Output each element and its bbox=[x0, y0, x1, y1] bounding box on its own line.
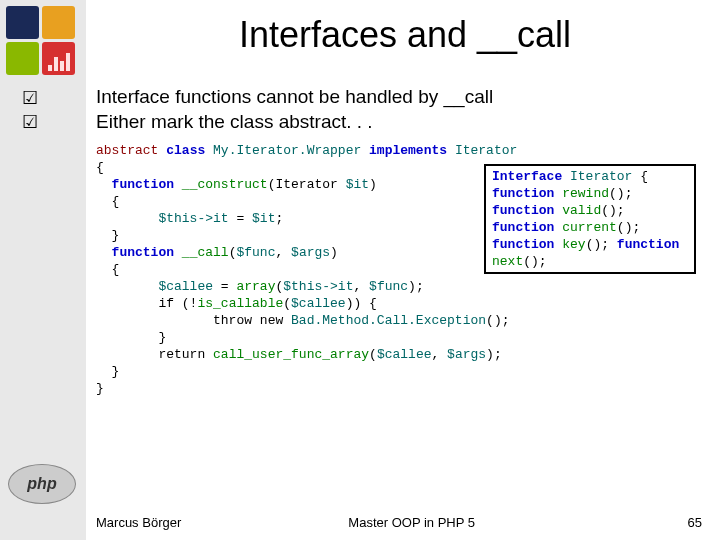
footer-author: Marcus Börger bbox=[96, 515, 181, 530]
logo-box-green bbox=[6, 42, 39, 75]
logo bbox=[6, 6, 78, 78]
php-logo: php bbox=[8, 464, 76, 504]
footer: Marcus Börger Master OOP in PHP 5 65 bbox=[96, 515, 702, 530]
bullet-line: Interface functions cannot be handled by… bbox=[96, 84, 493, 109]
bullet-text-block: Interface functions cannot be handled by… bbox=[96, 84, 493, 134]
footer-page-number: 65 bbox=[688, 515, 702, 530]
code-block: abstract class My.Iterator.Wrapper imple… bbox=[96, 142, 517, 397]
bullet-line: Either mark the class abstract. . . bbox=[96, 109, 493, 134]
logo-box-navy bbox=[6, 6, 39, 39]
footer-course: Master OOP in PHP 5 bbox=[348, 515, 475, 530]
checkbox-icon: ☑ bbox=[22, 86, 38, 110]
logo-box-orange bbox=[42, 6, 75, 39]
logo-box-red-chart bbox=[42, 42, 75, 75]
slide-title: Interfaces and __call bbox=[0, 0, 720, 56]
interface-definition-box: Interface Iterator { function rewind(); … bbox=[484, 164, 696, 274]
bullet-marks: ☑ ☑ bbox=[22, 86, 38, 134]
checkbox-icon: ☑ bbox=[22, 110, 38, 134]
php-logo-text: php bbox=[27, 475, 56, 493]
